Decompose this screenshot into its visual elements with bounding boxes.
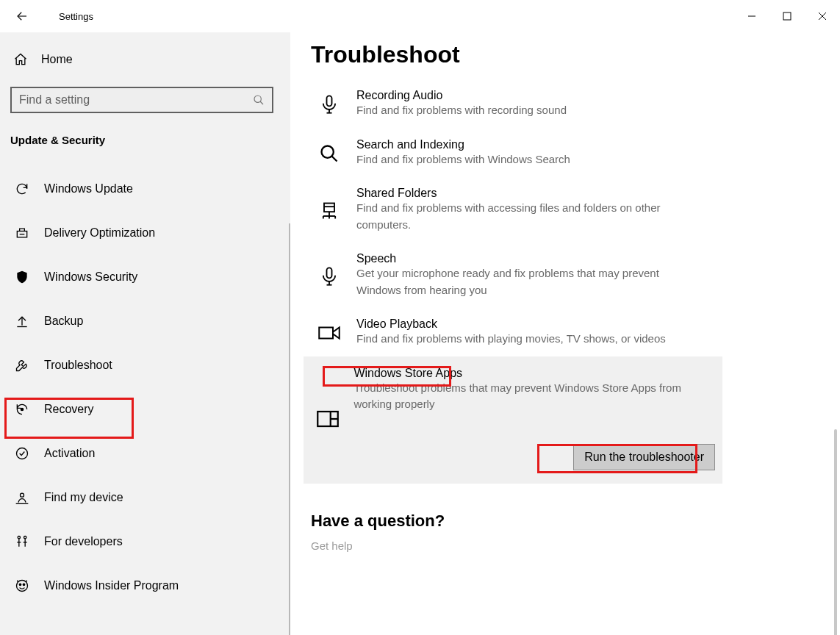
troubleshooter-search-indexing[interactable]: Search and Indexing Find and fix problem… (311, 128, 840, 177)
sidebar-section-title: Update & Security (0, 113, 290, 154)
sidebar-item-label: For developers (44, 535, 123, 548)
maximize-button[interactable] (769, 4, 805, 28)
search-input[interactable] (19, 93, 253, 107)
find-device-icon (13, 490, 31, 505)
troubleshooter-desc: Get your microphone ready and fix proble… (356, 265, 702, 298)
svg-line-25 (332, 156, 337, 161)
svg-point-19 (19, 584, 21, 586)
sidebar-item-label: Windows Insider Program (44, 579, 179, 592)
check-circle-icon (13, 446, 31, 461)
sidebar-home-label: Home (41, 53, 73, 66)
svg-point-20 (23, 584, 25, 586)
sidebar-item-windows-update[interactable]: Windows Update (0, 167, 290, 211)
troubleshooter-desc: Find and fix problems with playing movie… (356, 331, 811, 348)
run-troubleshooter-button[interactable]: Run the troubleshooter (573, 444, 715, 470)
svg-rect-36 (319, 328, 333, 339)
body: Home Update & Security Windows Update De… (0, 32, 840, 635)
sidebar-nav: Windows Update Delivery Optimization Win… (0, 154, 290, 608)
sidebar-item-recovery[interactable]: Recovery (0, 387, 290, 431)
sidebar-item-label: Recovery (44, 403, 94, 416)
developers-icon (13, 534, 31, 549)
troubleshooter-shared-folders[interactable]: Shared Folders Find and fix problems wit… (311, 176, 840, 242)
troubleshooter-video-playback[interactable]: Video Playback Find and fix problems wit… (311, 307, 840, 356)
backup-icon (13, 314, 31, 329)
settings-window: Settings Home Update & Security (0, 0, 840, 635)
troubleshooter-title: Search and Indexing (356, 138, 811, 151)
sidebar-item-backup[interactable]: Backup (0, 299, 290, 343)
svg-rect-26 (324, 203, 334, 212)
troubleshooter-speech[interactable]: Speech Get your microphone ready and fix… (311, 242, 840, 307)
sidebar-item-activation[interactable]: Activation (0, 431, 290, 476)
svg-line-5 (260, 101, 263, 104)
apps-icon (315, 367, 340, 470)
main-content: Troubleshoot Recording Audio Find and fi… (290, 32, 840, 635)
sidebar-item-label: Backup (44, 315, 83, 328)
get-help-link[interactable]: Get help (311, 539, 840, 552)
troubleshooter-desc: Find and fix problems with Windows Searc… (356, 151, 811, 168)
troubleshooter-list: Recording Audio Find and fix problems wi… (311, 79, 840, 484)
svg-point-9 (17, 448, 28, 459)
svg-rect-1 (783, 12, 791, 20)
back-button[interactable] (6, 0, 38, 32)
maximize-icon (783, 12, 791, 21)
sidebar-item-label: Find my device (44, 491, 123, 504)
minimize-button[interactable] (734, 4, 769, 28)
sidebar-item-label: Windows Update (44, 182, 133, 195)
svg-point-24 (322, 146, 334, 157)
video-icon (315, 318, 343, 348)
close-icon (818, 12, 827, 21)
microphone-icon (315, 252, 343, 298)
svg-point-12 (18, 537, 20, 539)
recovery-icon (13, 402, 31, 417)
shield-icon (13, 270, 31, 284)
sidebar-home[interactable]: Home (0, 43, 290, 76)
svg-point-13 (24, 537, 26, 539)
sidebar-item-windows-security[interactable]: Windows Security (0, 255, 290, 299)
svg-rect-33 (327, 268, 332, 278)
sidebar-item-label: Windows Security (44, 270, 137, 284)
magnifier-icon (315, 138, 343, 168)
svg-rect-21 (327, 96, 332, 107)
svg-point-4 (254, 96, 261, 102)
search-wrap (0, 76, 290, 113)
sidebar-item-windows-insider[interactable]: Windows Insider Program (0, 564, 290, 608)
arrow-left-icon (15, 10, 29, 23)
svg-point-10 (21, 493, 24, 497)
minimize-icon (747, 12, 756, 21)
sidebar-item-for-developers[interactable]: For developers (0, 520, 290, 564)
microphone-icon (315, 89, 343, 119)
troubleshooter-desc: Troubleshoot problems that may prevent W… (353, 380, 692, 413)
sidebar-item-label: Delivery Optimization (44, 226, 155, 240)
insider-icon (13, 578, 31, 593)
troubleshooter-title: Speech (356, 252, 702, 265)
sidebar-item-troubleshoot[interactable]: Troubleshoot (0, 343, 290, 387)
page-title: Troubleshoot (311, 41, 840, 68)
troubleshooter-desc: Find and fix problems with recording sou… (356, 102, 811, 119)
svg-point-18 (17, 581, 28, 592)
search-field[interactable] (10, 87, 273, 113)
sidebar: Home Update & Security Windows Update De… (0, 32, 290, 635)
sidebar-item-find-my-device[interactable]: Find my device (0, 476, 290, 520)
titlebar-left: Settings (0, 0, 93, 32)
troubleshooter-desc: Find and fix problems with accessing fil… (356, 200, 694, 233)
troubleshooter-title: Video Playback (356, 318, 811, 331)
sidebar-item-delivery-optimization[interactable]: Delivery Optimization (0, 211, 290, 255)
troubleshooter-windows-store-apps[interactable]: Windows Store Apps Troubleshoot problems… (304, 356, 722, 484)
shared-folder-icon (315, 187, 343, 233)
troubleshooter-title: Shared Folders (356, 187, 694, 200)
window-controls (734, 4, 840, 28)
optimization-icon (13, 226, 31, 240)
troubleshooter-title: Windows Store Apps (353, 367, 692, 380)
home-icon (13, 52, 28, 67)
close-button[interactable] (805, 4, 840, 28)
search-icon (253, 94, 265, 106)
main-scrollbar[interactable] (834, 429, 837, 635)
sidebar-item-label: Troubleshoot (44, 359, 112, 372)
sidebar-item-label: Activation (44, 447, 95, 460)
titlebar: Settings (0, 0, 840, 32)
wrench-icon (13, 358, 31, 373)
have-a-question-heading: Have a question? (311, 512, 840, 531)
troubleshooter-title: Recording Audio (356, 89, 811, 102)
svg-point-8 (21, 408, 23, 410)
troubleshooter-recording-audio[interactable]: Recording Audio Find and fix problems wi… (311, 79, 840, 128)
